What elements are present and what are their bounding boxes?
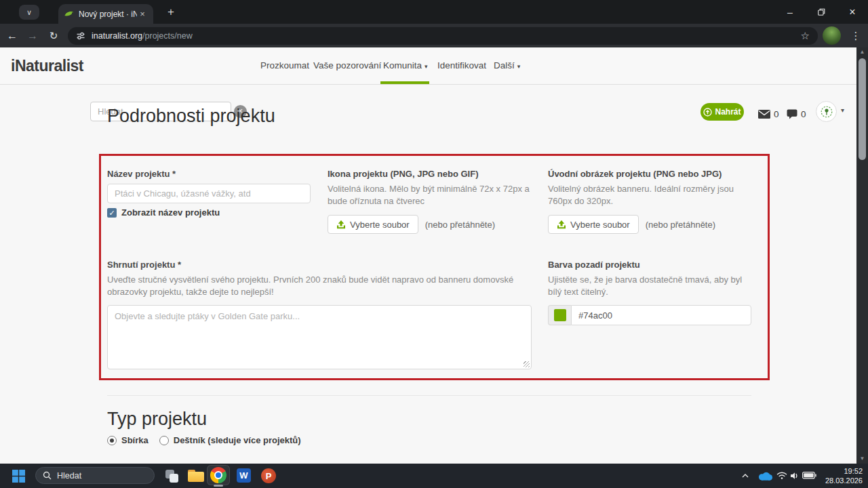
option-collection[interactable]: Sbírka <box>107 435 149 445</box>
taskbar-clock[interactable]: 19:52 28.03.2026 <box>825 466 863 485</box>
chrome-button[interactable] <box>207 465 230 485</box>
reload-button[interactable]: ↻ <box>44 26 63 45</box>
browser-profile-avatar[interactable] <box>823 26 841 45</box>
clock-date: 28.03.2026 <box>825 476 863 485</box>
close-icon: × <box>849 6 855 18</box>
display-name-option: ✓ Zobrazit název projektu <box>107 207 220 218</box>
close-window-button[interactable]: × <box>837 0 868 24</box>
task-view-button[interactable] <box>165 469 178 483</box>
color-value-input[interactable] <box>571 305 751 325</box>
display-name-checkbox[interactable]: ✓ <box>107 208 117 218</box>
icon-drag-hint: (nebo přetáhněte) <box>425 220 495 230</box>
textarea-resize-handle[interactable] <box>524 361 530 367</box>
option-umbrella[interactable]: Deštník (sleduje více projektů) <box>159 435 301 445</box>
forward-button[interactable]: → <box>23 26 42 45</box>
browser-menu-button[interactable]: ⋮ <box>849 27 863 45</box>
back-icon: ← <box>7 30 18 42</box>
nav-explore[interactable]: Prozkoumat <box>260 47 309 84</box>
chrome-icon <box>210 467 226 483</box>
volume-button[interactable] <box>789 471 800 480</box>
word-button[interactable]: W <box>237 468 251 483</box>
back-button[interactable]: ← <box>3 26 22 45</box>
restore-icon <box>818 8 825 16</box>
project-summary-textarea[interactable] <box>107 305 532 369</box>
clock-time: 19:52 <box>825 466 863 476</box>
reload-icon: ↻ <box>50 30 58 42</box>
site-info-icon[interactable] <box>76 31 85 41</box>
nav-community[interactable]: Komunita▾ <box>383 47 428 84</box>
powerpoint-button[interactable]: P <box>261 468 276 483</box>
check-icon: ✓ <box>108 209 115 217</box>
comments-button[interactable]: 0 <box>787 104 806 123</box>
onedrive-button[interactable] <box>757 471 773 481</box>
task-view-icon <box>165 470 178 483</box>
project-summary-label: Shrnutí projektu * <box>107 260 181 270</box>
project-banner-description: Volitelný obrázek banneru. Ideální rozmě… <box>548 183 751 207</box>
project-banner-upload-row: Vyberte soubor (nebo přetáhněte) <box>548 215 715 234</box>
file-explorer-button[interactable] <box>188 469 204 483</box>
project-icon-label: Ikona projektu (PNG, JPG nebo GIF) <box>328 169 478 179</box>
new-tab-button[interactable]: + <box>163 5 179 19</box>
window-controls: – × <box>774 0 868 24</box>
upload-tray-icon <box>336 220 346 229</box>
browser-tab[interactable]: Nový projekt · iNaturalist × <box>58 4 153 24</box>
inaturalist-logo[interactable]: iNaturalist <box>11 47 83 84</box>
cloud-icon <box>757 471 773 481</box>
folder-icon <box>188 470 204 482</box>
account-menu-button[interactable] <box>816 101 850 123</box>
project-name-label: Název projektu * <box>107 169 176 179</box>
color-swatch <box>554 309 566 321</box>
search-icon <box>43 471 52 480</box>
envelope-icon <box>758 110 770 119</box>
browser-toolbar: ← → ↻ inaturalist.org/projects/new ☆ ⋮ <box>0 24 868 47</box>
banner-drag-hint: (nebo přetáhněte) <box>646 220 715 230</box>
banner-choose-file-button[interactable]: Vyberte soubor <box>548 215 639 234</box>
plus-icon: + <box>167 5 174 18</box>
icon-choose-file-label: Vyberte soubor <box>350 220 410 230</box>
chevron-up-icon <box>742 474 749 478</box>
address-bar[interactable]: inaturalist.org/projects/new ☆ <box>68 27 818 45</box>
site-header: iNaturalist × Prozkoumat Vaše pozorování… <box>0 47 868 85</box>
color-swatch-cell[interactable] <box>548 305 571 325</box>
project-icon-description: Volitelná ikona. Mělo by být minimálně 7… <box>328 183 531 207</box>
upload-tray-icon <box>557 220 566 229</box>
word-icon: W <box>239 470 248 481</box>
scrollbar-thumb[interactable] <box>859 58 866 160</box>
messages-count: 0 <box>774 109 779 119</box>
icon-choose-file-button[interactable]: Vyberte soubor <box>328 215 418 234</box>
scroll-down-icon[interactable]: ▼ <box>856 454 868 464</box>
upload-button[interactable]: Nahrát <box>701 103 744 121</box>
scroll-up-icon[interactable]: ▲ <box>856 47 868 57</box>
umbrella-radio[interactable] <box>159 436 169 445</box>
url-path: /projects/new <box>142 31 193 41</box>
tab-title: Nový projekt · iNaturalist <box>79 9 137 19</box>
collection-radio-label: Sbírka <box>121 435 149 445</box>
taskbar: Hledat W P 19:52 28.03.2026 <box>0 464 868 488</box>
tab-search-button[interactable]: ∨ <box>19 5 39 20</box>
nav-identify[interactable]: Identifikovat <box>437 47 486 84</box>
nav-your-observations[interactable]: Vaše pozorování <box>313 47 381 84</box>
wifi-button[interactable] <box>776 471 787 480</box>
browser-tab-strip: ∨ Nový projekt · iNaturalist × + – × <box>0 0 868 24</box>
page-scrollbar[interactable]: ▲ ▼ <box>856 47 868 464</box>
inaturalist-favicon-icon <box>64 9 74 19</box>
comments-count: 0 <box>801 109 806 119</box>
background-color-field <box>548 305 751 325</box>
tab-close-icon[interactable]: × <box>137 9 148 20</box>
minimize-button[interactable]: – <box>774 0 806 24</box>
nav-more[interactable]: Další▾ <box>494 47 520 84</box>
restore-button[interactable] <box>806 0 837 24</box>
caret-down-icon: ▾ <box>425 63 428 70</box>
bookmark-star-icon[interactable]: ☆ <box>801 30 810 42</box>
nav-more-label: Další <box>494 60 515 70</box>
project-name-input[interactable] <box>107 184 311 203</box>
tray-expand-button[interactable] <box>741 472 750 480</box>
taskbar-search[interactable]: Hledat <box>35 467 155 484</box>
collection-radio[interactable] <box>107 436 117 445</box>
background-color-label: Barva pozadí projektu <box>548 260 640 270</box>
nav-community-label: Komunita <box>383 60 422 70</box>
messages-button[interactable]: 0 <box>758 104 779 123</box>
start-button[interactable] <box>11 468 26 483</box>
battery-icon <box>802 472 816 479</box>
battery-button[interactable] <box>802 472 816 479</box>
